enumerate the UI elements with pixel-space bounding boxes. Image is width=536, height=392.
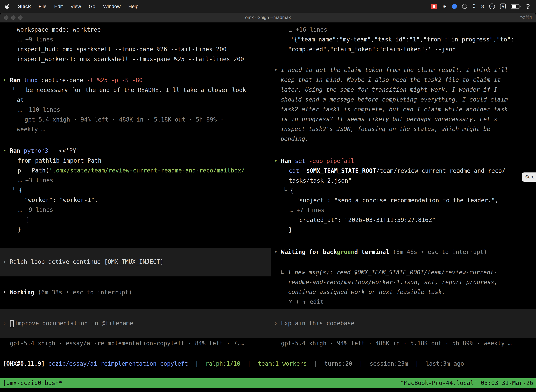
text-segment: | (188, 360, 206, 367)
text-segment: pending. (281, 135, 309, 142)
app-menu-slack[interactable]: Slack (18, 4, 31, 9)
text-segment: '{"team_name":"my-team","task_id":"1","f… (291, 36, 514, 43)
figure-eight-app-icon[interactable]: 8 (481, 4, 484, 9)
dark-app-icon[interactable] (462, 4, 467, 9)
terminal-line: workspace_mode: worktree (0, 25, 271, 35)
text-segment: cat (289, 168, 299, 174)
terminal-line: › Ralph loop active continue [OMX_TMUX_I… (0, 257, 271, 267)
window-title: omx --xhigh --madmax (0, 13, 536, 23)
text-segment: … +110 lines (18, 107, 60, 113)
terminal-block: • I need to get the claim token from the… (271, 65, 536, 144)
text-segment: readme-and-reco/mailbox/worker-1.json, a… (288, 279, 498, 285)
dots-grid-icon[interactable]: ⠿ (472, 4, 476, 9)
text-segment: } (289, 227, 292, 233)
apple-menu-icon[interactable] (5, 3, 10, 9)
input-source-icon[interactable]: A (500, 4, 506, 9)
terminal-line: • I need to get the claim token from the… (271, 65, 536, 75)
left-terminal-pane[interactable]: workspace_mode: worktree… +9 linesinspec… (0, 23, 271, 353)
tmux-session-label[interactable]: [omx-cczip0:bash* (3, 380, 62, 386)
text-segment (20, 148, 24, 154)
text-segment: from pathlib import Path (18, 157, 101, 164)
terminal-line: › Improve documentation in @filename (0, 319, 271, 328)
text-segment: d terminal (354, 249, 389, 255)
menu-window[interactable]: Window (103, 4, 121, 9)
terminal-line: gpt-5.4 xhigh · 94% left · 488K in · 5.1… (0, 115, 271, 125)
text-segment: is in progress? It seems likely but perh… (281, 116, 497, 123)
text-segment: python3 (24, 148, 48, 154)
text-segment: /team/review-current-readme-and-reco/ (376, 168, 505, 174)
text-segment: … +9 lines (18, 36, 53, 43)
grid-app-icon[interactable]: ⊞ (442, 4, 446, 9)
text-segment: | (408, 360, 426, 367)
menu-view[interactable]: View (71, 4, 81, 9)
text-segment: - <<'PY' (48, 148, 80, 154)
text-segment: | (240, 360, 258, 367)
text-segment (6, 148, 10, 154)
title-bar: omx --xhigh --madmax ⌥⌘1 (0, 13, 536, 23)
terminal-line: "worker": "worker-1", (0, 195, 271, 205)
screenshot-overlay[interactable]: Scre (522, 173, 536, 182)
text-segment: set (295, 158, 306, 164)
menu-file[interactable]: File (38, 4, 46, 9)
text-cursor (10, 320, 14, 327)
text-segment: tmux (24, 77, 38, 84)
text-segment: -euo pipefail (309, 158, 354, 164)
text-segment: inspect_hud: omx sparkshell --tmux-pane … (17, 46, 226, 53)
text-segment: capture-pane (38, 77, 87, 84)
text-segment: Waiting for back (281, 249, 337, 255)
blue-app-icon[interactable] (452, 4, 457, 9)
terminal-line: inspect_hud: omx sparkshell --tmux-pane … (0, 45, 271, 54)
text-segment: "created_at": "2026-03-31T11:59:27.816Z" (296, 217, 436, 223)
text-segment: ↳ (281, 269, 288, 276)
text-segment: last:3m ago (426, 360, 464, 367)
prompt-band[interactable]: › Ralph loop active continue [OMX_TMUX_I… (0, 248, 271, 276)
text-segment (45, 360, 48, 367)
terminal-block: • Waiting for background terminal (3m 46… (271, 247, 536, 257)
text-segment: "completed","claim_token":"claim-token"}… (288, 46, 456, 53)
menu-go[interactable]: Go (89, 4, 95, 9)
terminal-line: task2 after task1 is complete, but can I… (271, 105, 536, 115)
text-segment: (3m 46s • esc to interrupt) (389, 249, 487, 255)
terminal-line: └ { (271, 186, 536, 196)
terminal-block: • Ran python3 - <<'PY'from pathlib impor… (0, 146, 271, 235)
wifi-icon[interactable] (525, 4, 531, 9)
terminal-line: pending. (271, 134, 536, 144)
terminal-line: ] (0, 215, 271, 225)
right-terminal-pane[interactable]: … +16 lines'{"team_name":"my-team","task… (271, 23, 536, 353)
terminal-line: inspect_worker-1: omx sparkshell --tmux-… (0, 54, 271, 64)
text-segment: └ (283, 187, 287, 194)
text-segment: › (3, 320, 10, 327)
text-segment: gpt-5.4 xhigh · essay/ai-reimplementatio… (10, 340, 244, 347)
input-source-letter: A (500, 4, 506, 9)
text-segment: Working (10, 289, 34, 296)
terminal-line: } (271, 225, 536, 235)
terminal-line: inspect task2's JSON, focusing on the st… (271, 124, 536, 134)
terminal-line: keep that in mind. Maybe I also need the… (271, 75, 536, 85)
menu-help[interactable]: Help (128, 4, 139, 9)
text-segment (291, 158, 295, 164)
menu-bar-left: Slack File Edit View Go Window Help (5, 3, 139, 9)
text-segment: • (274, 67, 281, 73)
text-segment: inspect task2's JSON, focusing on the st… (281, 126, 490, 132)
battery-icon[interactable] (511, 4, 519, 9)
text-segment: at (17, 97, 24, 103)
text-segment: inspect_worker-1: omx sparkshell --tmux-… (17, 56, 244, 62)
screen: Slack File Edit View Go Window Help ⊞ ⠿ … (0, 0, 536, 392)
text-segment: Ran (10, 148, 20, 154)
menu-bar: Slack File Edit View Go Window Help ⊞ ⠿ … (0, 0, 536, 13)
terminal-line: "created_at": "2026-03-31T11:59:27.816Z" (271, 215, 536, 225)
terminal-block: • Working (6m 38s • esc to interrupt) (0, 288, 271, 298)
text-segment: I need to get the claim token from the c… (281, 67, 508, 73)
text-segment: keep that in mind. Maybe I also need the… (281, 77, 501, 83)
gauge-icon[interactable]: 61 (489, 4, 495, 9)
text-segment: • (3, 289, 10, 296)
screen-recording-indicator-icon[interactable] (431, 4, 437, 9)
text-segment: p = Path( (18, 167, 49, 174)
menu-edit[interactable]: Edit (54, 4, 62, 9)
menu-bar-status-area: ⊞ ⠿ 8 61 A (431, 4, 531, 9)
terminal-line: • Waiting for background terminal (3m 46… (271, 247, 536, 257)
tmux-status-bar: [omx-cczip0:bash* "MacBook-Pro-44.local"… (0, 378, 536, 388)
prompt-band[interactable]: › Improve documentation in @filename (0, 309, 271, 338)
text-segment: Ran (10, 77, 20, 84)
prompt-band[interactable]: › Explain this codebase (271, 309, 536, 338)
